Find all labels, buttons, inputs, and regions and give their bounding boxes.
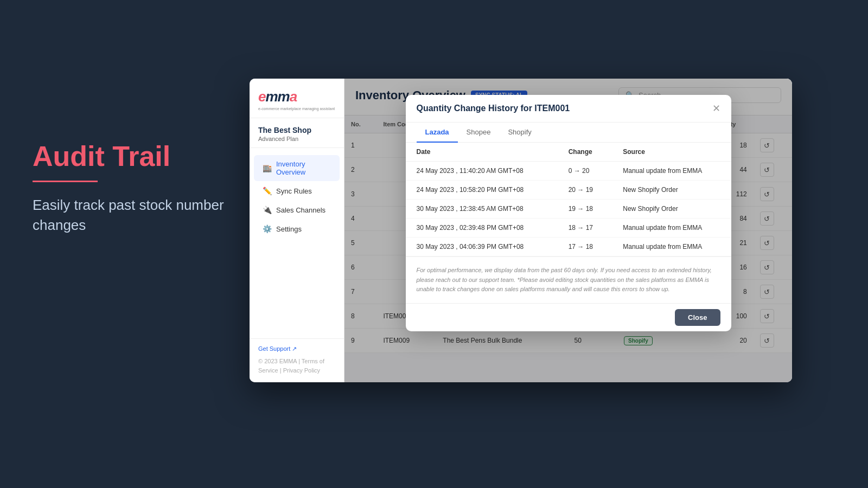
history-date: 30 May 2023 , 12:38:45 AM GMT+08 bbox=[406, 200, 558, 219]
nav-items: 🏬 Inventory Overview ✏️ Sync Rules 🔌 Sal… bbox=[250, 148, 344, 338]
tab-lazada[interactable]: Lazada bbox=[417, 123, 458, 143]
main-content: Inventory Overview SYNC STATUS: AL 🔍 Sea… bbox=[344, 79, 792, 382]
logo-area: emma e-commerce marketplace managing ass… bbox=[250, 79, 344, 118]
history-row: 30 May 2023 , 02:39:48 PM GMT+0818 → 17M… bbox=[406, 219, 731, 237]
modal-title: Quantity Change History for ITEM001 bbox=[417, 104, 570, 113]
channels-icon: 🔌 bbox=[263, 206, 272, 214]
modal-close-button[interactable]: ✕ bbox=[712, 104, 720, 113]
close-button[interactable]: Close bbox=[675, 309, 720, 326]
shop-info: The Best Shop Advanced Plan bbox=[250, 118, 344, 148]
audit-title: Audit Trail bbox=[33, 141, 250, 172]
history-row: 24 May 2023 , 11:40:20 AM GMT+080 → 20Ma… bbox=[406, 162, 731, 181]
tab-shopee[interactable]: Shopee bbox=[458, 123, 500, 143]
history-row: 30 May 2023 , 04:06:39 PM GMT+0817 → 18M… bbox=[406, 237, 731, 256]
history-source: New Shopify Order bbox=[612, 181, 731, 200]
modal-overlay: Quantity Change History for ITEM001 ✕ La… bbox=[344, 79, 792, 382]
history-row: 24 May 2023 , 10:58:20 PM GMT+0820 → 19N… bbox=[406, 181, 731, 200]
modal-body: Date Change Source 24 May 2023 , 11:40:2… bbox=[406, 143, 731, 303]
logo-tagline: e-commerce marketplace managing assistan… bbox=[258, 106, 335, 111]
sidebar-item-sync-label: Sync Rules bbox=[276, 187, 312, 195]
quantity-history-modal: Quantity Change History for ITEM001 ✕ La… bbox=[406, 95, 731, 331]
history-row: 30 May 2023 , 12:38:45 AM GMT+0819 → 18N… bbox=[406, 200, 731, 219]
history-source: Manual update from EMMA bbox=[612, 219, 731, 237]
modal-footer: Close bbox=[406, 303, 731, 331]
sidebar-item-settings[interactable]: ⚙️ Settings bbox=[254, 220, 340, 238]
history-date: 24 May 2023 , 10:58:20 PM GMT+08 bbox=[406, 181, 558, 200]
sidebar-item-sync-rules[interactable]: ✏️ Sync Rules bbox=[254, 182, 340, 200]
sidebar: emma e-commerce marketplace managing ass… bbox=[250, 79, 344, 382]
modal-header: Quantity Change History for ITEM001 ✕ bbox=[406, 95, 731, 123]
history-header-row: Date Change Source bbox=[406, 143, 731, 162]
history-source: Manual update from EMMA bbox=[612, 237, 731, 256]
sidebar-item-channels-label: Sales Channels bbox=[276, 206, 326, 214]
get-support-link[interactable]: Get Support ↗ bbox=[258, 345, 335, 352]
settings-icon: ⚙️ bbox=[263, 224, 272, 233]
history-table: Date Change Source 24 May 2023 , 11:40:2… bbox=[406, 143, 731, 256]
history-date: 24 May 2023 , 11:40:20 AM GMT+08 bbox=[406, 162, 558, 181]
audit-underline bbox=[33, 181, 98, 182]
sidebar-footer: Get Support ↗ © 2023 EMMA | Terms of Ser… bbox=[250, 338, 344, 382]
audit-subtitle: Easily track past stock number changes bbox=[33, 195, 250, 235]
footer-links: © 2023 EMMA | Terms of Service | Privacy… bbox=[258, 357, 335, 376]
history-date: 30 May 2023 , 02:39:48 PM GMT+08 bbox=[406, 219, 558, 237]
history-col-source: Source bbox=[612, 143, 731, 162]
history-source: Manual update from EMMA bbox=[612, 162, 731, 181]
history-change: 19 → 18 bbox=[558, 200, 612, 219]
history-change: 17 → 18 bbox=[558, 237, 612, 256]
tab-shopify[interactable]: Shopify bbox=[499, 123, 540, 143]
app-window: emma e-commerce marketplace managing ass… bbox=[250, 79, 792, 382]
modal-notice: For optimal performance, we display data… bbox=[406, 256, 731, 303]
modal-tabs: Lazada Shopee Shopify bbox=[406, 123, 731, 143]
left-panel: Audit Trail Easily track past stock numb… bbox=[33, 141, 250, 235]
logo: emma bbox=[258, 88, 335, 105]
sidebar-item-settings-label: Settings bbox=[276, 225, 302, 233]
shop-name: The Best Shop bbox=[258, 126, 335, 134]
shop-plan: Advanced Plan bbox=[258, 136, 335, 142]
sync-icon: ✏️ bbox=[263, 187, 272, 195]
history-change: 18 → 17 bbox=[558, 219, 612, 237]
history-change: 20 → 19 bbox=[558, 181, 612, 200]
history-col-change: Change bbox=[558, 143, 612, 162]
history-col-date: Date bbox=[406, 143, 558, 162]
sidebar-item-inventory[interactable]: 🏬 Inventory Overview bbox=[254, 155, 340, 181]
history-source: New Shopify Order bbox=[612, 200, 731, 219]
inventory-icon: 🏬 bbox=[263, 164, 272, 172]
history-change: 0 → 20 bbox=[558, 162, 612, 181]
sidebar-item-sales-channels[interactable]: 🔌 Sales Channels bbox=[254, 201, 340, 219]
history-date: 30 May 2023 , 04:06:39 PM GMT+08 bbox=[406, 237, 558, 256]
sidebar-item-inventory-label: Inventory Overview bbox=[276, 160, 331, 176]
